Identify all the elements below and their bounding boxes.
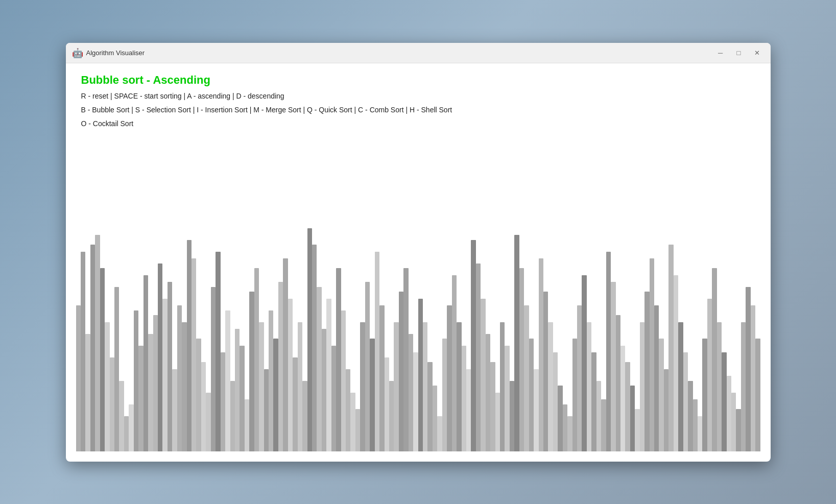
bar <box>572 339 577 451</box>
bar <box>158 263 162 451</box>
bar <box>712 268 716 451</box>
bar <box>172 369 177 451</box>
bar <box>635 409 639 451</box>
bar <box>81 252 85 451</box>
bar <box>731 393 736 451</box>
bar <box>365 282 370 451</box>
close-button[interactable]: ✕ <box>750 47 765 58</box>
window-title: Algorithm Visualiser <box>86 49 713 57</box>
bar <box>413 352 418 451</box>
bar <box>134 310 138 451</box>
bar <box>654 305 659 451</box>
bar <box>211 287 216 451</box>
bar <box>370 339 374 451</box>
bar <box>326 299 331 451</box>
minimize-button[interactable]: ─ <box>713 47 728 58</box>
bar <box>693 399 698 451</box>
bar <box>182 322 186 451</box>
bar <box>95 235 100 451</box>
bar <box>505 346 509 451</box>
bar <box>298 322 302 451</box>
bar <box>375 252 379 451</box>
bar <box>616 315 620 451</box>
bar <box>514 235 519 451</box>
bar <box>722 352 726 451</box>
bar <box>650 258 654 451</box>
bar <box>168 282 172 451</box>
bar <box>640 322 644 451</box>
bar <box>119 381 124 451</box>
titlebar: 🤖 Algorithm Visualiser ─ □ ✕ <box>66 43 771 63</box>
bar <box>548 322 553 451</box>
bar <box>625 362 630 451</box>
bar <box>269 310 273 451</box>
bar <box>452 275 457 451</box>
bar <box>698 416 702 451</box>
bar <box>423 322 427 451</box>
bar <box>192 258 196 451</box>
bar <box>611 282 615 451</box>
bar <box>385 357 389 451</box>
bar <box>442 339 447 451</box>
bar <box>529 339 534 451</box>
sort-title: Bubble sort - Ascending <box>81 74 755 87</box>
bar <box>582 275 586 451</box>
bar <box>399 292 403 451</box>
bar <box>389 381 394 451</box>
bar <box>630 386 635 451</box>
bar <box>433 386 437 451</box>
bar <box>105 322 109 451</box>
bar <box>90 245 95 451</box>
bar <box>707 299 712 451</box>
bar <box>100 268 105 451</box>
bar <box>379 305 384 451</box>
bar <box>471 240 475 451</box>
bar <box>755 339 760 451</box>
bar <box>187 240 192 451</box>
bar <box>659 339 663 451</box>
bar <box>293 357 297 451</box>
maximize-button[interactable]: □ <box>732 47 746 58</box>
bar <box>606 252 611 451</box>
bar <box>457 322 461 451</box>
bar <box>577 305 582 451</box>
bar <box>322 329 326 451</box>
bar <box>283 258 288 451</box>
window-controls: ─ □ ✕ <box>713 47 765 58</box>
app-icon: 🤖 <box>72 47 82 58</box>
bar <box>110 357 114 451</box>
bar <box>409 334 413 451</box>
bar <box>355 409 360 451</box>
instructions-line1: R - reset | SPACE - start sorting | A - … <box>81 91 755 102</box>
bar <box>427 362 432 451</box>
bar <box>278 282 283 451</box>
bar <box>727 376 731 451</box>
bar <box>264 369 269 451</box>
bar <box>751 305 755 451</box>
bar <box>543 292 548 451</box>
bar <box>587 322 591 451</box>
bar <box>221 352 225 451</box>
bar <box>563 404 567 451</box>
bar <box>674 275 678 451</box>
bar <box>360 322 365 451</box>
bar <box>601 399 606 451</box>
bar <box>567 416 572 451</box>
bar <box>196 339 201 451</box>
bar <box>341 310 346 451</box>
bar <box>553 352 558 451</box>
bar <box>664 369 668 451</box>
bar <box>336 268 341 451</box>
bar <box>288 299 293 451</box>
instructions-line2: B - Bubble Sort | S - Selection Sort | I… <box>81 105 755 115</box>
bar <box>510 381 514 451</box>
header-content: Bubble sort - Ascending R - reset | SPAC… <box>66 63 771 137</box>
bar <box>201 362 206 451</box>
bar <box>307 228 312 451</box>
bar <box>235 329 240 451</box>
bar <box>350 393 355 451</box>
bar <box>273 339 278 451</box>
bar <box>76 305 81 451</box>
bar <box>240 346 244 451</box>
bar <box>245 399 249 451</box>
